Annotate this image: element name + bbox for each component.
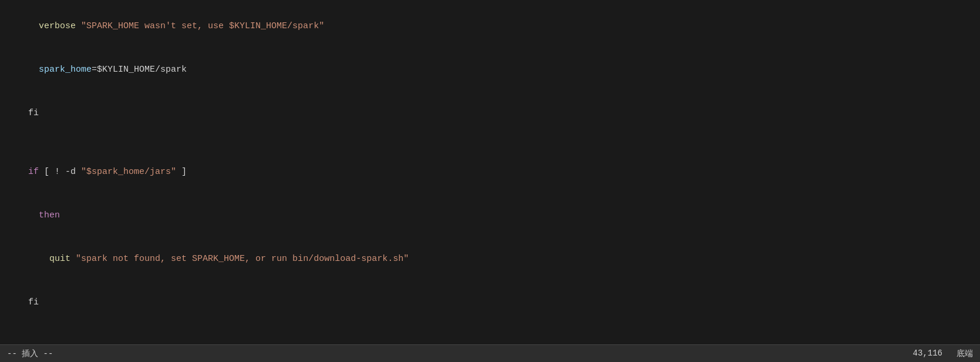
code-line-9 — [0, 324, 980, 340]
status-left: -- 插入 -- — [7, 348, 53, 359]
code-line-5: if [ ! -d "$spark_home/jars" ] — [0, 150, 980, 194]
scroll-position: 底端 — [957, 348, 973, 359]
code-line-8: fi — [0, 281, 980, 324]
code-line-6: then — [0, 194, 980, 237]
insert-mode: -- 插入 -- — [7, 348, 53, 359]
code-line-7: quit "spark not found, set SPARK_HOME, o… — [0, 237, 980, 281]
code-line-10: spark_dependency=`find -L $spark_home/ja… — [0, 340, 980, 344]
code-line-2: spark_home=$KYLIN_HOME/spark — [0, 48, 980, 92]
code-line-3: fi — [0, 92, 980, 135]
cursor-position: 43,116 — [913, 348, 942, 359]
status-bar: -- 插入 -- 43,116 底端 — [0, 344, 980, 362]
code-line-1: verbose "SPARK_HOME wasn't set, use $KYL… — [0, 5, 980, 48]
code-editor: verbose "SPARK_HOME wasn't set, use $KYL… — [0, 0, 980, 344]
code-line-4 — [0, 135, 980, 150]
status-right: 43,116 底端 — [913, 348, 973, 359]
